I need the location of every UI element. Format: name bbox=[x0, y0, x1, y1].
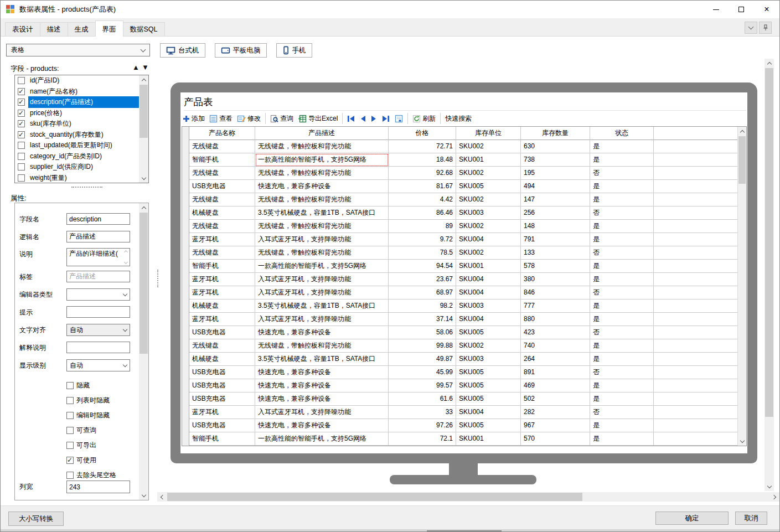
cell-qty[interactable]: 380 bbox=[521, 273, 590, 286]
vertical-splitter[interactable] bbox=[157, 270, 158, 287]
column-header-status[interactable]: 状态 bbox=[590, 127, 654, 140]
scroll-up-icon[interactable] bbox=[764, 59, 774, 68]
cell-qty[interactable]: 282 bbox=[521, 406, 590, 419]
cell-price[interactable]: 72.71 bbox=[389, 140, 456, 153]
cell-qty[interactable]: 846 bbox=[521, 286, 590, 299]
display-level-select[interactable]: 自动 bbox=[66, 359, 130, 371]
row-header-cell[interactable] bbox=[182, 286, 189, 299]
cell-qty[interactable]: 791 bbox=[521, 233, 590, 246]
cell-qty[interactable]: 967 bbox=[521, 419, 590, 432]
option-row[interactable]: 列表时隐藏 bbox=[66, 393, 116, 408]
cell-sku[interactable]: SKU003 bbox=[456, 206, 521, 220]
field-item[interactable]: sku(库存单位) bbox=[15, 118, 139, 130]
cell-qty[interactable]: 880 bbox=[521, 313, 590, 326]
scroll-up-icon[interactable] bbox=[738, 127, 746, 136]
cell-desc[interactable]: 一款高性能的智能手机，支持5G网络 bbox=[255, 432, 389, 446]
table-scrollbar[interactable] bbox=[737, 127, 746, 446]
cell-sku[interactable]: SKU002 bbox=[456, 140, 521, 153]
case-convert-button[interactable]: 大小写转换 bbox=[8, 512, 64, 526]
field-checkbox[interactable] bbox=[18, 77, 25, 84]
cell-name[interactable]: USB充电器 bbox=[189, 419, 255, 432]
table-row[interactable]: 智能手机 一款高性能的智能手机，支持5G网络 94.54 SKU001 578 … bbox=[182, 260, 737, 273]
cell-desc[interactable]: 无线键盘，带触控板和背光功能 bbox=[255, 339, 389, 353]
cell-sku[interactable]: SKU004 bbox=[456, 273, 521, 286]
cell-name[interactable]: USB充电器 bbox=[189, 379, 255, 392]
cell-qty[interactable]: 133 bbox=[521, 246, 590, 260]
cell-name[interactable]: 无线键盘 bbox=[189, 246, 255, 260]
move-field-down-button[interactable]: ▼ bbox=[142, 63, 151, 71]
cell-price[interactable]: 72.1 bbox=[389, 432, 456, 446]
row-header-cell[interactable] bbox=[182, 167, 189, 180]
table-row[interactable]: 智能手机 一款高性能的智能手机，支持5G网络 18.48 SKU001 738 … bbox=[182, 153, 737, 167]
cell-price[interactable]: 18.48 bbox=[389, 153, 456, 167]
cell-status[interactable]: 否 bbox=[590, 326, 654, 339]
cell-desc[interactable]: 快速充电，兼容多种设备 bbox=[255, 419, 389, 432]
cell-status[interactable]: 否 bbox=[590, 286, 654, 299]
cell-sku[interactable]: SKU004 bbox=[456, 233, 521, 246]
cell-sku[interactable]: SKU003 bbox=[456, 299, 521, 313]
next-page-icon[interactable] bbox=[371, 115, 377, 122]
option-checkbox[interactable] bbox=[66, 442, 74, 449]
cell-desc[interactable]: 入耳式蓝牙耳机，支持降噪功能 bbox=[255, 286, 389, 299]
table-row[interactable]: 无线键盘 无线键盘，带触控板和背光功能 92.68 SKU002 195 否 bbox=[182, 167, 737, 180]
cell-name[interactable]: 智能手机 bbox=[189, 432, 255, 446]
cell-desc[interactable]: 无线键盘，带触控板和背光功能 bbox=[255, 140, 389, 153]
table-row[interactable]: 机械硬盘 3.5英寸机械硬盘，容量1TB，SATA接口 49.87 SKU003… bbox=[182, 353, 737, 366]
first-page-icon[interactable] bbox=[347, 115, 355, 122]
option-row[interactable]: 可查询 bbox=[66, 423, 116, 438]
explain-input[interactable] bbox=[66, 342, 130, 353]
cell-status[interactable]: 是 bbox=[590, 140, 654, 153]
cell-name[interactable]: 无线键盘 bbox=[189, 339, 255, 353]
cell-status[interactable]: 否 bbox=[590, 206, 654, 220]
cell-qty[interactable]: 148 bbox=[521, 220, 590, 233]
edit-button[interactable]: 修改 bbox=[237, 114, 261, 123]
cell-price[interactable]: 37.14 bbox=[389, 313, 456, 326]
field-checkbox[interactable] bbox=[18, 163, 25, 171]
option-checkbox[interactable] bbox=[66, 397, 74, 404]
cell-sku[interactable]: SKU001 bbox=[456, 432, 521, 446]
field-item[interactable]: supplier_id(供应商ID) bbox=[15, 162, 139, 173]
tab[interactable]: 数据SQL bbox=[123, 22, 165, 36]
cell-sku[interactable]: SKU005 bbox=[456, 180, 521, 193]
field-item[interactable]: id(产品ID) bbox=[15, 75, 139, 86]
table-row[interactable]: USB充电器 快速充电，兼容多种设备 81.67 SKU005 494 是 bbox=[182, 180, 737, 193]
cell-desc[interactable]: 无线键盘，带触控板和背光功能 bbox=[255, 193, 389, 206]
cell-status[interactable]: 否 bbox=[590, 246, 654, 260]
scrollbar-thumb[interactable] bbox=[140, 85, 148, 138]
goto-page-icon[interactable] bbox=[395, 115, 403, 123]
cell-desc[interactable]: 入耳式蓝牙耳机，支持降噪功能 bbox=[255, 406, 389, 419]
cell-status[interactable]: 是 bbox=[590, 193, 654, 206]
table-row[interactable]: 无线键盘 无线键盘，带触控板和背光功能 78.5 SKU002 133 否 bbox=[182, 246, 737, 260]
cell-price[interactable]: 81.67 bbox=[389, 180, 456, 193]
table-row[interactable]: USB充电器 快速充电，兼容多种设备 61.6 SKU005 502 是 bbox=[182, 392, 737, 406]
field-checkbox[interactable] bbox=[18, 174, 25, 182]
cell-name[interactable]: 蓝牙耳机 bbox=[189, 313, 255, 326]
option-row[interactable]: 可导出 bbox=[66, 438, 116, 453]
cell-sku[interactable]: SKU005 bbox=[456, 366, 521, 379]
column-header-desc[interactable]: 产品描述 bbox=[255, 127, 389, 140]
scrollbar-thumb[interactable] bbox=[738, 136, 746, 184]
close-button[interactable]: × bbox=[754, 1, 779, 18]
scroll-left-icon[interactable] bbox=[157, 492, 167, 502]
editor-type-select[interactable] bbox=[66, 288, 130, 301]
cell-price[interactable]: 98.2 bbox=[389, 299, 456, 313]
row-header-cell[interactable] bbox=[182, 233, 189, 246]
preview-horizontal-scrollbar[interactable] bbox=[157, 492, 779, 502]
cell-status[interactable]: 是 bbox=[590, 339, 654, 353]
cell-price[interactable]: 49.87 bbox=[389, 353, 456, 366]
row-header-cell[interactable] bbox=[182, 392, 189, 406]
phone-view-button[interactable]: 手机 bbox=[276, 43, 312, 58]
table-row[interactable]: 蓝牙耳机 入耳式蓝牙耳机，支持降噪功能 68.97 SKU004 846 否 bbox=[182, 286, 737, 299]
cell-name[interactable]: 无线键盘 bbox=[189, 220, 255, 233]
scroll-down-icon[interactable] bbox=[738, 437, 746, 446]
option-checkbox[interactable] bbox=[66, 472, 74, 479]
cell-qty[interactable]: 423 bbox=[521, 326, 590, 339]
table-row[interactable]: 机械硬盘 3.5英寸机械硬盘，容量1TB，SATA接口 98.2 SKU003 … bbox=[182, 299, 737, 313]
cell-qty[interactable]: 777 bbox=[521, 299, 590, 313]
cell-sku[interactable]: SKU002 bbox=[456, 339, 521, 353]
cell-qty[interactable]: 469 bbox=[521, 379, 590, 392]
tab[interactable]: 界面 bbox=[95, 20, 123, 37]
column-header-sku[interactable]: 库存单位 bbox=[456, 127, 521, 140]
row-header-cell[interactable] bbox=[182, 379, 189, 392]
cell-name[interactable]: 机械硬盘 bbox=[189, 299, 255, 313]
